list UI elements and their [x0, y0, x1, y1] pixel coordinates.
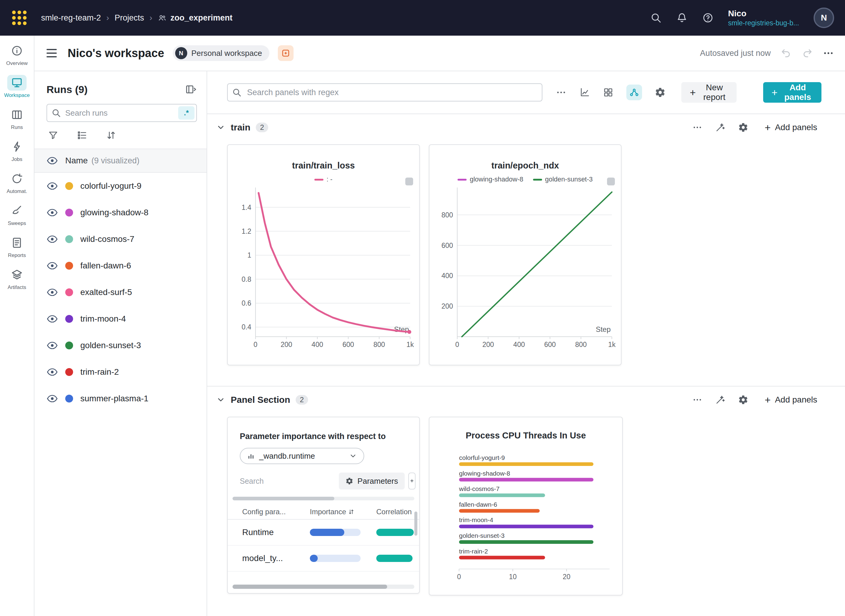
param-table-row[interactable]: model_ty...	[228, 546, 419, 572]
section-title: Panel Section	[231, 395, 290, 405]
panel-train-loss: train/train_loss : - 0.40.60.811.21.4020…	[227, 144, 420, 365]
svg-text:1k: 1k	[608, 340, 616, 349]
workspace-type-badge[interactable]: N Personal workspace	[173, 45, 269, 61]
runs-search: .*	[47, 104, 197, 122]
rail-item-overview[interactable]: Overview	[0, 43, 34, 66]
visibility-eye-icon[interactable]	[47, 313, 58, 325]
more-options-icon[interactable]	[823, 47, 834, 59]
run-color-dot	[65, 342, 73, 349]
section-add-panels-button[interactable]: +Add panels	[761, 122, 821, 133]
rail-item-workspace[interactable]: Workspace	[0, 75, 34, 98]
param-search-input[interactable]: Search	[240, 477, 264, 485]
run-row[interactable]: exalted-surf-5	[34, 279, 207, 306]
breadcrumb-team[interactable]: smle-reg-team-2	[41, 13, 101, 23]
add-panels-button[interactable]: +Add panels	[763, 82, 822, 103]
svg-text:600: 600	[544, 340, 556, 349]
workspace-icon	[7, 75, 26, 91]
undo-icon[interactable]	[780, 47, 792, 59]
run-color-dot	[65, 288, 73, 296]
runs-search-input[interactable]	[47, 104, 197, 122]
rail-item-jobs[interactable]: Jobs	[0, 139, 34, 163]
panel-layout-icon[interactable]	[603, 87, 614, 98]
breadcrumb-projects[interactable]: Projects	[114, 13, 144, 23]
param-table-row[interactable]: Runtime	[228, 520, 419, 546]
run-row[interactable]: wild-cosmos-7	[34, 226, 207, 252]
svg-text:200: 200	[280, 340, 292, 349]
rail-item-label: Overview	[6, 60, 28, 66]
scrollbar-thumb[interactable]	[233, 497, 334, 500]
column-correlation[interactable]: Correlation	[376, 507, 419, 516]
user-menu[interactable]: Nico smle-registries-bug-b...	[728, 8, 799, 28]
hamburger-menu-icon[interactable]	[44, 47, 59, 60]
wandb-logo[interactable]	[12, 10, 26, 25]
rail-item-sweeps[interactable]: Sweeps	[0, 203, 34, 226]
workspace-alert-icon[interactable]	[278, 45, 293, 61]
search-icon[interactable]	[650, 12, 662, 23]
section-train: train 2 +Add panels	[207, 113, 845, 386]
panel-search-input[interactable]	[227, 84, 543, 101]
breadcrumb-project[interactable]: zoo_experiment	[158, 13, 233, 23]
visibility-eye-icon[interactable]	[47, 207, 58, 218]
run-row[interactable]: colorful-yogurt-9	[34, 173, 207, 199]
sort-icon[interactable]	[106, 130, 117, 141]
panel-options-icon[interactable]	[405, 177, 413, 185]
group-list-icon[interactable]	[77, 130, 88, 141]
visibility-eye-icon[interactable]	[47, 340, 58, 351]
autosave-status: Autosaved just now	[700, 48, 771, 58]
magic-wand-icon[interactable]	[715, 395, 725, 405]
visibility-eye-icon[interactable]	[47, 393, 58, 404]
sparkle-button-partial[interactable]	[408, 472, 415, 490]
redo-icon[interactable]	[801, 47, 813, 59]
avatar[interactable]: N	[814, 7, 834, 28]
visibility-eye-icon[interactable]	[47, 287, 58, 298]
svg-text:1: 1	[247, 251, 251, 259]
section-add-panels-button[interactable]: +Add panels	[761, 394, 821, 406]
vertical-scrollbar-thumb[interactable]	[414, 512, 417, 536]
column-config-param[interactable]: Config para...	[242, 507, 310, 516]
settings-gear-icon[interactable]	[738, 122, 748, 133]
svg-text:400: 400	[513, 340, 525, 349]
runs-list-header[interactable]: Name (9 visualized)	[34, 148, 207, 173]
filter-icon[interactable]	[48, 130, 59, 141]
panel-options-icon[interactable]	[607, 177, 615, 185]
regex-toggle-button[interactable]: .*	[178, 106, 195, 120]
metric-dropdown[interactable]: _wandb.runtime	[240, 448, 364, 464]
help-icon[interactable]	[702, 12, 714, 23]
visibility-eye-icon[interactable]	[47, 233, 58, 245]
visibility-eye-icon[interactable]	[47, 366, 58, 378]
expand-table-icon[interactable]	[185, 84, 197, 95]
svg-text:Step: Step	[596, 325, 611, 333]
more-options-icon[interactable]	[556, 87, 566, 98]
run-row[interactable]: summer-plasma-1	[34, 385, 207, 412]
chevron-down-icon[interactable]	[216, 395, 225, 404]
sweeps-flow-icon[interactable]	[626, 85, 642, 100]
new-report-button[interactable]: +New report	[681, 82, 736, 103]
visibility-eye-icon[interactable]	[47, 260, 58, 271]
rail-item-runs[interactable]: Runs	[0, 107, 34, 131]
run-row[interactable]: glowing-shadow-8	[34, 199, 207, 226]
svg-text:0.4: 0.4	[242, 323, 251, 331]
importance-bar	[310, 555, 376, 562]
visibility-eye-icon[interactable]	[47, 180, 58, 192]
scrollbar-thumb[interactable]	[233, 585, 387, 589]
parameters-button[interactable]: Parameters	[339, 472, 405, 490]
svg-text:trim-moon-4: trim-moon-4	[459, 516, 493, 523]
more-options-icon[interactable]	[692, 395, 703, 405]
chevron-down-icon[interactable]	[216, 123, 225, 132]
rail-item-artifacts[interactable]: Artifacts	[0, 267, 34, 290]
run-row[interactable]: trim-moon-4	[34, 306, 207, 332]
magic-wand-icon[interactable]	[715, 122, 725, 133]
rail-item-reports[interactable]: Reports	[0, 235, 34, 258]
settings-gear-icon[interactable]	[738, 395, 748, 405]
more-options-icon[interactable]	[692, 122, 703, 133]
run-row[interactable]: fallen-dawn-6	[34, 252, 207, 279]
runs-toolbar	[48, 130, 207, 141]
run-row[interactable]: golden-sunset-3	[34, 332, 207, 359]
rail-item-automat[interactable]: Automat.	[0, 171, 34, 195]
visibility-eye-icon[interactable]	[47, 155, 58, 166]
run-row[interactable]: trim-rain-2	[34, 359, 207, 385]
x-axis-settings-icon[interactable]	[579, 87, 590, 98]
column-importance[interactable]: Importance	[310, 507, 376, 516]
notifications-bell-icon[interactable]	[676, 12, 688, 23]
settings-gear-icon[interactable]	[655, 87, 666, 98]
